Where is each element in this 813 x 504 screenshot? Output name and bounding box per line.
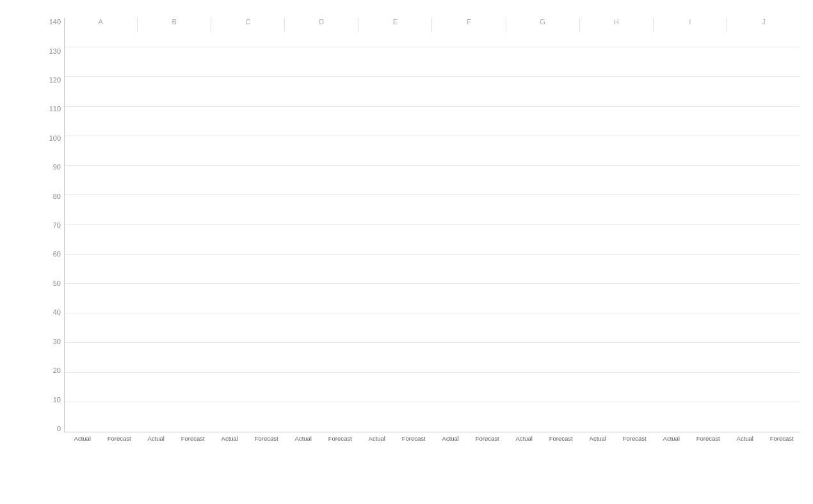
y-tick: 50: [53, 280, 64, 287]
x-label-actual: Actual: [138, 432, 175, 452]
x-label-actual: Actual: [64, 432, 101, 452]
y-axis: 0102030405060708090100110120130140: [38, 18, 64, 432]
y-tick: 130: [49, 47, 64, 55]
y-tick: 110: [49, 105, 64, 113]
y-tick: 70: [53, 221, 64, 229]
x-group: ActualForecast: [285, 432, 358, 452]
bars-container: [65, 18, 800, 432]
x-label-actual: Actual: [211, 432, 248, 452]
y-tick: 90: [53, 163, 64, 171]
y-tick: 120: [49, 76, 64, 84]
y-tick: 100: [49, 134, 64, 142]
x-label-actual: Actual: [579, 432, 616, 452]
y-tick: 0: [57, 425, 64, 432]
x-group: ActualForecast: [358, 432, 432, 452]
x-label-actual: Actual: [727, 432, 764, 452]
y-tick: 140: [49, 18, 64, 26]
x-group: ActualForecast: [506, 432, 579, 452]
x-label-forecast: Forecast: [616, 432, 654, 452]
x-label-forecast: Forecast: [396, 432, 433, 452]
y-tick: 40: [53, 308, 64, 316]
x-label-forecast: Forecast: [469, 432, 506, 452]
x-label-forecast: Forecast: [175, 432, 212, 452]
chart-area: 0102030405060708090100110120130140 ABCDE…: [38, 18, 800, 452]
x-label-actual: Actual: [506, 432, 543, 452]
x-group: ActualForecast: [432, 432, 506, 452]
y-tick: 20: [53, 366, 64, 374]
x-group: ActualForecast: [727, 432, 800, 452]
x-label-forecast: Forecast: [764, 432, 801, 452]
x-group: ActualForecast: [579, 432, 653, 452]
x-group: ActualForecast: [211, 432, 285, 452]
x-label-forecast: Forecast: [101, 432, 138, 452]
plot-area: [64, 18, 800, 432]
x-label-actual: Actual: [358, 432, 396, 452]
y-tick: 80: [53, 193, 64, 200]
x-label-forecast: Forecast: [543, 432, 580, 452]
x-group: ActualForecast: [138, 432, 211, 452]
x-label-forecast: Forecast: [690, 432, 727, 452]
x-axis: ActualForecastActualForecastActualForeca…: [64, 432, 800, 452]
x-group: ActualForecast: [64, 432, 138, 452]
chart-container: 0102030405060708090100110120130140 ABCDE…: [0, 0, 813, 504]
y-tick: 60: [53, 250, 64, 258]
x-label-actual: Actual: [432, 432, 469, 452]
x-label-forecast: Forecast: [248, 432, 286, 452]
x-label-forecast: Forecast: [322, 432, 359, 452]
x-label-actual: Actual: [653, 432, 690, 452]
y-tick: 30: [53, 338, 64, 345]
x-group: ActualForecast: [653, 432, 727, 452]
y-tick: 10: [53, 396, 64, 404]
x-label-actual: Actual: [285, 432, 322, 452]
